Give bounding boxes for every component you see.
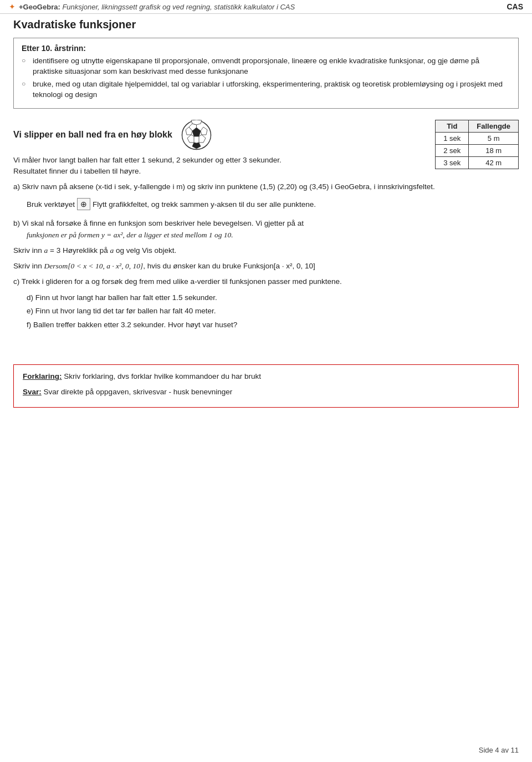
table-header-tid: Tid xyxy=(436,120,469,132)
question-f: f) Ballen treffer bakken etter 3.2 sekun… xyxy=(27,319,435,331)
competency-box: Etter 10. årstrinn: identifisere og utny… xyxy=(13,38,519,109)
geogebra-icon: ✦ xyxy=(9,2,16,11)
ball-section: Vi slipper en ball ned fra en høy blokk xyxy=(13,120,519,336)
soccer-ball-icon xyxy=(181,120,212,150)
header-brand: +GeoGebra: Funksjoner, likningssett graf… xyxy=(19,3,295,11)
question-b-text: b) Vi skal nå forsøke å finne en funksjo… xyxy=(13,218,435,241)
question-b-dersom: Dersom[0 < x < 10, a · x², 0, 10] xyxy=(44,262,144,270)
main-content: Vi slipper en ball ned fra en høy blokk xyxy=(0,113,532,352)
table-header-fallengde: Fallengde xyxy=(469,120,519,132)
tool-line-desc: Flytt grafikkfeltet, og trekk sammen y-a… xyxy=(93,200,316,209)
table-row: 3 sek 42 m xyxy=(436,156,519,169)
ball-section-text: Vi slipper en ball ned fra en høy blokk xyxy=(13,120,435,336)
table-cell-1-fall: 5 m xyxy=(469,132,519,144)
forklaring-label: Forklaring: xyxy=(23,372,62,380)
tool-line-container: Bruk verktøyet ⊕ Flytt grafikkfeltet, og… xyxy=(27,198,435,210)
question-c-text: c) Trekk i glideren for a og forsøk deg … xyxy=(13,276,435,287)
forklaring-text: Skriv forklaring, dvs forklar hvilke kom… xyxy=(64,372,261,380)
table-cell-1-tid: 1 sek xyxy=(436,132,469,144)
page-title: Kvadratiske funksjoner xyxy=(0,14,532,33)
question-b-skriv1: Skriv inn a = 3 Høyreklikk på a og velg … xyxy=(13,245,435,256)
ball-resultatet: Resultatet finner du i tabellen til høyr… xyxy=(13,167,141,175)
tool-line: Bruk verktøyet ⊕ Flytt grafikkfeltet, og… xyxy=(27,198,435,210)
data-table-container: Tid Fallengde 1 sek 5 m 2 sek 18 m xyxy=(435,120,519,169)
question-b-formula: funksjonen er på formen y = ax², der a l… xyxy=(27,230,435,241)
questions-df: d) Finn ut hvor langt har ballen har fal… xyxy=(27,292,435,332)
question-b-skriv2-suffix: , hvis du ønsker kan du bruke Funksjon[a… xyxy=(143,262,315,270)
footer-text: Side 4 av 11 xyxy=(479,746,519,754)
table-row: 1 sek 5 m xyxy=(436,132,519,144)
ball-intro: Vi måler hvor langt ballen har falt ette… xyxy=(13,156,282,164)
svar-label: Svar: xyxy=(23,388,42,396)
question-e: e) Finn ut hvor lang tid det tar før bal… xyxy=(27,306,435,317)
after-label: Etter 10. årstrinn: xyxy=(22,44,510,53)
ball-section-body: Vi slipper en ball ned fra en høy blokk xyxy=(13,120,519,336)
table-cell-2-fall: 18 m xyxy=(469,144,519,156)
competency-list: identifisere og utnytte eigenskapane til… xyxy=(22,56,510,100)
table-cell-3-fall: 42 m xyxy=(469,156,519,169)
table-cell-2-tid: 2 sek xyxy=(436,144,469,156)
svar-text: Svar direkte på oppgaven, skrivesvar - h… xyxy=(44,388,233,396)
data-table: Tid Fallengde 1 sek 5 m 2 sek 18 m xyxy=(435,120,519,169)
move-tool-icon: ⊕ xyxy=(77,198,90,210)
question-b-skriv1-text: Skriv inn a = 3 Høyreklikk på a og velg … xyxy=(13,246,176,255)
question-a-text: a) Skriv navn på aksene (x-tid i sek, y-… xyxy=(13,181,435,192)
question-a: a) Skriv navn på aksene (x-tid i sek, y-… xyxy=(13,182,435,191)
question-b-skriv2-prefix: Skriv inn xyxy=(13,262,44,270)
table-cell-3-tid: 3 sek xyxy=(436,156,469,169)
page-footer: Side 4 av 11 xyxy=(479,746,519,754)
question-d-text: d) Finn ut hvor langt har ballen har fal… xyxy=(27,293,217,302)
cas-badge: CAS xyxy=(507,2,523,11)
question-d: d) Finn ut hvor langt har ballen har fal… xyxy=(27,292,435,304)
question-c: c) Trekk i glideren for a og forsøk deg … xyxy=(13,277,342,286)
answer-box: Forklaring: Skriv forklaring, dvs forkla… xyxy=(13,364,519,407)
question-b-section: b) Vi skal nå forsøke å finne en funksjo… xyxy=(13,218,435,272)
brand-text: +GeoGebra: xyxy=(19,3,60,11)
svar-line: Svar: Svar direkte på oppgaven, skrivesv… xyxy=(23,386,509,398)
ball-section-title: Vi slipper en ball ned fra en høy blokk xyxy=(13,130,172,140)
question-f-text: f) Ballen treffer bakken etter 3.2 sekun… xyxy=(27,321,237,329)
header-bar: ✦ +GeoGebra: Funksjoner, likningssett gr… xyxy=(0,0,532,14)
question-b-formula-text: funksjonen er på formen y = ax², der a l… xyxy=(27,231,233,239)
table-row: 2 sek 18 m xyxy=(436,144,519,156)
forklaring-line: Forklaring: Skriv forklaring, dvs forkla… xyxy=(23,370,509,383)
question-b-title: b) Vi skal nå forsøke å finne en funksjo… xyxy=(13,219,304,227)
question-b-skriv2: Skriv inn Dersom[0 < x < 10, a · x², 0, … xyxy=(13,261,435,272)
ball-intro-text: Vi måler hvor langt ballen har falt ette… xyxy=(13,155,435,177)
tool-line-label: Bruk verktøyet xyxy=(27,200,75,209)
question-e-text: e) Finn ut hvor lang tid det tar før bal… xyxy=(27,307,216,315)
competency-item-1: identifisere og utnytte eigenskapane til… xyxy=(22,56,510,77)
header-subtitle: Funksjoner, likningssett grafisk og ved … xyxy=(62,3,295,11)
competency-item-2: bruke, med og utan digitale hjelpemiddel… xyxy=(22,79,510,100)
